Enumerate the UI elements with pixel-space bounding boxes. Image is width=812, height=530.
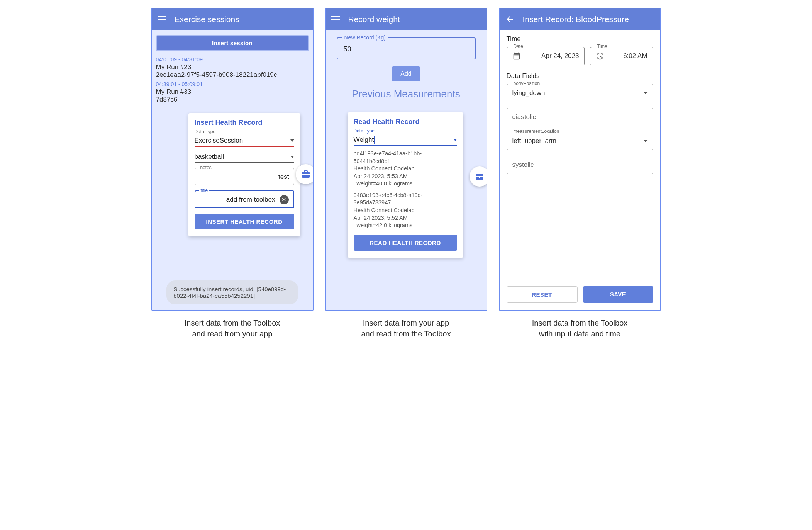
back-icon[interactable] — [505, 15, 514, 24]
clock-icon — [596, 52, 604, 60]
time-picker[interactable]: Time 6:02 AM — [590, 47, 653, 65]
read-health-record-button[interactable]: READ HEALTH RECORD — [354, 235, 457, 251]
systolic-field[interactable]: systolic — [507, 156, 653, 174]
data-fields-section-title: Data Fields — [507, 72, 653, 80]
data-type-select[interactable]: Weight — [354, 134, 457, 146]
dropdown-icon — [290, 139, 294, 142]
appbar: Insert Record: BloodPressure — [500, 8, 660, 30]
read-health-record-card: Read Health Record Data Type Weight bd4f… — [348, 112, 463, 258]
data-type-select[interactable]: ExerciseSession — [195, 134, 294, 147]
title-field[interactable]: title add from toolbox ✕ — [195, 190, 294, 208]
record-block: 0483e193-e4c6-4cb8-a19d-3e95da733947 Hea… — [354, 192, 457, 229]
toolbox-fab[interactable] — [470, 166, 487, 187]
dropdown-icon — [290, 156, 294, 158]
new-record-field[interactable]: New Record (Kg) 50 — [337, 37, 476, 59]
date-picker[interactable]: Date Apr 24, 2023 — [507, 47, 585, 65]
toolbox-icon — [301, 170, 310, 179]
reset-button[interactable]: RESET — [507, 286, 578, 303]
diastolic-field[interactable]: diastolic — [507, 108, 653, 126]
session-time: 04:01:09 - 04:31:09 — [156, 56, 309, 63]
phone-exercise-sessions: Exercise sessions Insert session 04:01:0… — [151, 8, 314, 311]
session-id: 7d87c6 — [156, 96, 309, 104]
add-button[interactable]: Add — [392, 66, 420, 81]
data-type-label: Data Type — [354, 128, 457, 134]
card-title: Insert Health Record — [195, 119, 294, 127]
appbar: Record weight — [326, 8, 487, 30]
menu-icon[interactable] — [158, 16, 166, 22]
body-position-select[interactable]: bodyPosition lying_down — [507, 84, 653, 102]
notes-field[interactable]: notes test — [195, 168, 294, 185]
session-title: My Run #23 — [156, 63, 309, 71]
session-id: 2ec1eaa2-97f5-4597-b908-18221abf019c — [156, 71, 309, 79]
session-time: 04:39:01 - 05:09:01 — [156, 81, 309, 87]
menu-icon[interactable] — [331, 16, 340, 22]
appbar-title: Insert Record: BloodPressure — [523, 15, 629, 24]
previous-measurements-header: Previous Measurements — [352, 88, 460, 100]
phone-insert-record-bloodpressure: Insert Record: BloodPressure Time Date A… — [499, 8, 661, 311]
insert-health-record-button[interactable]: INSERT HEALTH RECORD — [195, 214, 294, 229]
caption: Insert data from the Toolbox and read fr… — [185, 318, 280, 339]
session-item[interactable]: 04:39:01 - 05:09:01 My Run #33 7d87c6 — [156, 81, 309, 104]
dropdown-icon — [644, 92, 648, 94]
session-title: My Run #33 — [156, 88, 309, 96]
appbar-title: Record weight — [348, 15, 400, 24]
record-block: bd4f193e-e7a4-41aa-b1bb-50441b8cd8bf Hea… — [354, 150, 457, 188]
appbar-title: Exercise sessions — [175, 15, 239, 24]
dropdown-icon — [644, 140, 648, 142]
session-item[interactable]: 04:01:09 - 04:31:09 My Run #23 2ec1eaa2-… — [156, 56, 309, 79]
data-type-label: Data Type — [195, 129, 294, 134]
clear-icon[interactable]: ✕ — [280, 195, 289, 204]
calendar-icon — [512, 52, 521, 60]
caption: Insert data from the Toolbox with input … — [532, 318, 628, 339]
time-section-title: Time — [507, 35, 653, 43]
measurement-location-select[interactable]: measurementLocation left_upper_arm — [507, 132, 653, 150]
save-button[interactable]: SAVE — [583, 286, 653, 303]
toolbox-icon — [475, 172, 484, 181]
phone-record-weight: Record weight New Record (Kg) 50 Add Pre… — [325, 8, 487, 311]
caption: Insert data from your app and read from … — [361, 318, 451, 339]
insert-session-button[interactable]: Insert session — [156, 35, 309, 51]
card-title: Read Health Record — [354, 118, 457, 126]
toast-message: Successfully insert records, uid: [540e0… — [166, 280, 298, 304]
insert-health-record-card: Insert Health Record Data Type ExerciseS… — [188, 113, 300, 236]
exercise-type-select[interactable]: basketball — [195, 151, 294, 163]
appbar: Exercise sessions — [152, 8, 313, 30]
dropdown-icon — [453, 139, 457, 141]
